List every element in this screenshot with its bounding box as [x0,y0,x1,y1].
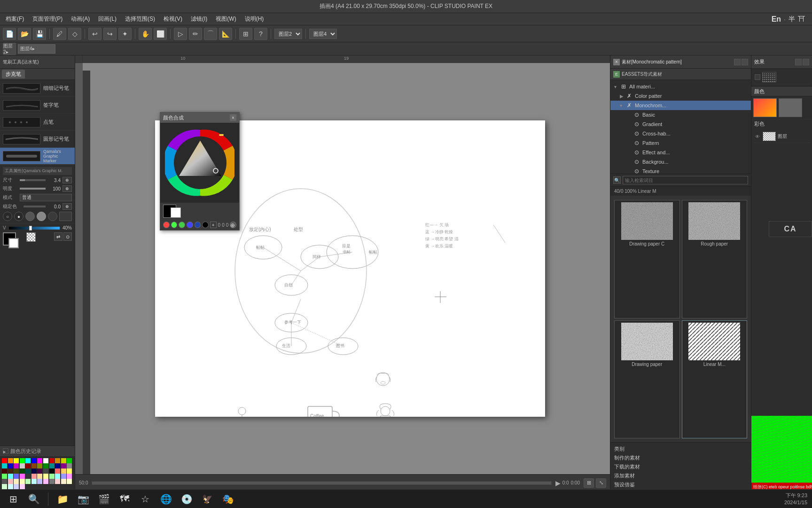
color-swatch-15[interactable] [20,463,25,468]
download-material-row[interactable]: 下载的素材 [614,463,747,470]
menu-select[interactable]: 选择范围(S) [121,14,159,24]
brush-item-1[interactable]: 签字笔 [0,97,75,114]
brush-circle2[interactable]: ● [14,212,23,221]
undo-btn[interactable]: ↩ [88,28,102,40]
stabilizer-spin[interactable]: ⊕ [62,203,72,210]
brush-circle3[interactable] [25,212,35,221]
color-swatch-24[interactable] [2,468,7,474]
color-swatch-46[interactable] [61,474,66,479]
size-slider[interactable] [20,179,46,181]
pen2-btn[interactable]: ✏ [189,28,202,40]
layer-select1[interactable]: 图层2 [274,29,302,39]
color-swatch-32[interactable] [49,468,55,474]
color-swatch-39[interactable] [20,474,25,479]
color-swatch-58[interactable] [61,479,66,484]
color-swatch-60[interactable] [2,484,7,489]
color-swatch-29[interactable] [31,468,37,474]
preset-row[interactable]: 预设借鉴 [614,481,747,488]
brush-setting[interactable] [59,212,72,221]
color-swatch-59[interactable] [67,479,72,484]
brush-circle5[interactable] [48,212,57,221]
menu-file[interactable]: 档案(F) [2,14,28,24]
color-swatch-28[interactable] [25,468,31,474]
sat-thumb[interactable] [29,226,32,230]
redo-btn[interactable]: ↪ [103,28,117,40]
brush-item-2[interactable]: 点笔 [0,114,75,131]
color-swatch-3[interactable] [20,458,25,463]
menu-animation[interactable]: 动画(A) [67,14,94,24]
taskbar-windows[interactable]: ⊞ [5,491,22,508]
opacity-slider[interactable] [20,188,46,190]
play-btn[interactable]: ▶ [555,479,561,487]
color-swatch-48[interactable] [2,479,7,484]
tree-monochrom[interactable]: ▾ ✗ Monochrom... [610,101,751,110]
color-swatch-20[interactable] [49,463,55,468]
taskbar-search[interactable]: 🔍 [25,491,42,508]
color-swatch-16[interactable] [25,463,31,468]
color-swatch-37[interactable] [8,474,13,479]
color-swatch-35[interactable] [67,468,72,474]
layer-select2[interactable]: 图层4 [309,29,337,39]
color-swatch-23[interactable] [67,463,72,468]
taskbar-explorer[interactable]: 📁 [54,491,71,508]
color-swatch-45[interactable] [55,474,60,479]
size-spin[interactable]: ⊕ [62,177,72,183]
sat-slider[interactable] [9,227,60,230]
select-btn[interactable]: ▷ [174,28,187,40]
brush-circle4[interactable] [37,212,46,221]
color-swatch-52[interactable] [25,479,31,484]
color-swatch-9[interactable] [55,458,60,463]
ruler-btn[interactable]: 📐 [219,28,232,40]
effect-layer-thumb[interactable] [762,72,776,82]
ime-icon[interactable]: ⛩ [798,15,805,24]
taskbar-media[interactable]: 🎬 [95,491,112,508]
tree-bg[interactable]: ⊙ Backgrou... [610,157,751,167]
move-btn[interactable]: ✋ [139,28,152,40]
color-swatch-10[interactable] [61,458,66,463]
color-swatch-54[interactable] [37,479,42,484]
color-swatch-57[interactable] [55,479,60,484]
tree-all[interactable]: ▾ ⊞ All materi... [610,82,751,91]
menu-help[interactable]: 说明(H) [241,14,268,24]
mode-select[interactable]: 普通 [20,194,72,201]
color-swatch-25[interactable] [8,468,13,474]
color-swatch-5[interactable] [31,458,37,463]
color-reset-btn[interactable]: ⊙ [63,232,72,241]
ime-mode[interactable]: 半 [789,15,795,24]
color-swatch-44[interactable] [49,474,55,479]
taskbar-game2[interactable]: 🎭 [219,491,236,508]
color-swatch-40[interactable] [25,474,31,479]
color-swatch-19[interactable] [43,463,48,468]
color-swatch-53[interactable] [31,479,37,484]
tree-crosshatch[interactable]: ⊙ Cross-hab... [610,129,751,138]
color-swatch-34[interactable] [61,468,66,474]
color-swatch-30[interactable] [37,468,42,474]
taskbar-steam[interactable]: 💿 [178,491,195,508]
effect-check1[interactable] [755,74,760,80]
picker-bg-color[interactable] [171,207,181,218]
layer-row-1[interactable]: 👁 图层 [753,130,810,143]
add-material-row[interactable]: 添加素材 [614,472,747,479]
search-icon-btn[interactable]: 🔍 [613,176,621,184]
hue-indicator[interactable] [219,134,224,136]
stabilizer-slider[interactable] [23,206,46,207]
help-btn[interactable]: ? [254,28,267,40]
color-dot-red[interactable] [163,222,170,228]
color-swatch-21[interactable] [55,463,60,468]
color-swatch-0[interactable] [2,458,7,463]
sub-layer-display[interactable]: 图层4▸ [18,44,55,54]
materials-search-input[interactable] [623,176,748,184]
ime-lang[interactable]: En [772,15,781,24]
color-swatch-1[interactable] [8,458,13,463]
color-swatch-55[interactable] [43,479,48,484]
color-swatch-17[interactable] [31,463,37,468]
tree-texture[interactable]: ⊙ Texture [610,167,751,174]
tree-pattern[interactable]: ⊙ Pattern [610,138,751,148]
color-swatch-4[interactable] [25,458,31,463]
color-dot-more[interactable]: + [210,222,217,228]
color-swatch-2[interactable] [14,458,19,463]
far-right-maximize[interactable] [803,59,809,65]
pen3-btn[interactable]: ⌒ [204,28,217,40]
pen-btn[interactable]: 🖊 [53,28,66,40]
color-swatch-51[interactable] [20,479,25,484]
